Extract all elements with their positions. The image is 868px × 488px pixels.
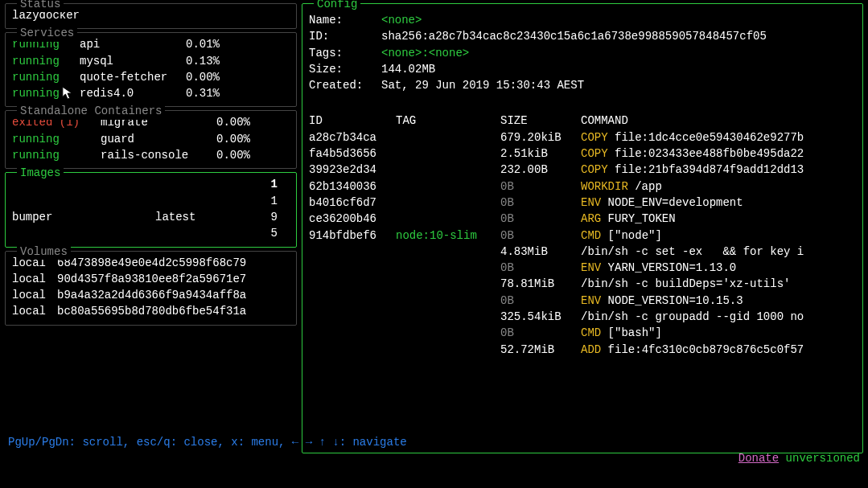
layer-cmd-kw: CMD — [581, 228, 601, 244]
layer-id — [309, 276, 396, 292]
footer-bar: PgUp/PgDn: scroll, esc/q: close, x: menu… — [8, 434, 860, 483]
service-row[interactable]: runningquote-fetcher0.00% — [12, 69, 290, 85]
layer-row[interactable]: 39923e2d34232.00BCOPY file:21bfa394d874f… — [309, 162, 856, 178]
layer-cmd: /bin/sh -c groupadd --gid 1000 no — [581, 309, 804, 325]
image-tag — [155, 225, 266, 241]
layer-cmd-kw: ARG — [581, 211, 601, 227]
layer-cmd: file:21bfa394d874f9add12dd13 — [608, 162, 804, 178]
container-name: rails-console — [101, 147, 216, 163]
volumes-panel[interactable]: Volumes local68473898e49e0e4d2c5998f68c7… — [5, 251, 297, 326]
layer-cmd: /bin/sh -c buildDeps='xz-utils' — [581, 276, 790, 292]
containers-panel[interactable]: Standalone Containers exited (1)migrate0… — [5, 110, 297, 169]
layer-cmd-kw: COPY — [581, 129, 608, 146]
layer-tag — [396, 293, 500, 309]
config-panel-title: Config — [314, 0, 360, 12]
config-row: Name: <none> — [309, 12, 856, 28]
image-row[interactable]: bumperlatest9 — [12, 209, 290, 225]
config-panel[interactable]: Config Name: <none> ID: sha256:a28c7b34c… — [302, 3, 863, 453]
image-count: 1 — [266, 193, 278, 209]
donate-link[interactable]: Donate — [738, 452, 779, 465]
volume-row[interactable]: localb9a4a32a2d4d6366f9a9434aff8a — [12, 287, 290, 303]
layer-size: 0B — [500, 195, 581, 211]
layers-header-id: ID — [309, 113, 396, 129]
layer-row[interactable]: a28c7b34ca679.20kiBCOPY file:1dc4cce0e59… — [309, 129, 856, 146]
layer-row[interactable]: 0BCMD ["bash"] — [309, 325, 856, 341]
layer-row[interactable]: 0BENV YARN_VERSION=1.13.0 — [309, 260, 856, 276]
layer-size: 78.81MiB — [500, 276, 581, 292]
config-name: <none> — [381, 12, 422, 28]
layer-cmd: /bin/sh -c set -ex && for key i — [581, 244, 804, 260]
layer-row[interactable]: 0BENV NODE_VERSION=10.15.3 — [309, 293, 856, 309]
layer-tag — [396, 342, 500, 358]
config-row: Tags: <none>:<none> — [309, 45, 856, 61]
service-state: running — [12, 85, 80, 101]
layer-id: ce36200b46 — [309, 211, 396, 227]
layer-tag — [396, 146, 500, 162]
image-tag — [155, 176, 266, 192]
layer-row[interactable]: fa4b5d36562.51kiBCOPY file:023433ee488fb… — [309, 146, 856, 162]
image-tag — [155, 193, 266, 209]
layer-id: a28c7b34ca — [309, 129, 396, 146]
image-repo — [12, 193, 155, 209]
layer-row[interactable]: 52.72MiBADD file:4fc310c0cb879c876c5c0f5… — [309, 342, 856, 358]
layer-size: 0B — [500, 211, 581, 227]
layer-cmd: ["bash"] — [601, 325, 662, 341]
layer-size: 0B — [500, 178, 581, 195]
layer-row[interactable]: 62b13400360BWORKDIR /app — [309, 178, 856, 195]
service-row[interactable]: runningredis4.00.31% — [12, 85, 290, 101]
layer-cmd-kw: COPY — [581, 162, 608, 178]
layer-row[interactable]: 325.54kiB/bin/sh -c groupadd --gid 1000 … — [309, 309, 856, 325]
layer-id — [309, 244, 396, 260]
layer-cmd: file:1dc4cce0e59430462e9277b — [608, 129, 804, 146]
volume-driver: local — [12, 271, 57, 287]
config-label-id: ID: — [309, 28, 381, 44]
layer-size: 232.00B — [500, 162, 581, 178]
layer-id: b4016cf6d7 — [309, 195, 396, 211]
layer-id — [309, 260, 396, 276]
image-row[interactable]: 1 — [12, 193, 290, 209]
image-count: 5 — [266, 225, 278, 241]
layer-tag — [396, 325, 500, 341]
image-row[interactable]: 5 — [12, 225, 290, 241]
layer-id: 39923e2d34 — [309, 162, 396, 178]
layer-cmd-kw: ENV — [581, 195, 601, 211]
volume-name: b9a4a32a2d4d6366f9a9434aff8a — [57, 287, 246, 303]
layer-row[interactable]: 914bfdbef6node:10-slim0BCMD ["node"] — [309, 228, 856, 244]
layer-cmd: ["node"] — [601, 228, 662, 244]
services-panel[interactable]: Services runningapi0.01%runningmysql0.13… — [5, 32, 297, 107]
layer-row[interactable]: ce36200b460BARG FURY_TOKEN — [309, 211, 856, 227]
images-panel[interactable]: Images 11bumperlatest95 — [5, 172, 297, 247]
layer-size: 0B — [500, 228, 581, 244]
service-state: running — [12, 69, 80, 85]
layer-row[interactable]: b4016cf6d70BENV NODE_ENV=development — [309, 195, 856, 211]
volume-row[interactable]: localbc80a55695b8d780db6fbe54f31a — [12, 303, 290, 319]
layer-size: 325.54kiB — [500, 309, 581, 325]
service-cpu: 0.13% — [186, 53, 220, 69]
volume-name: 90d4357f8a93810ee8f2a59671e7 — [57, 271, 246, 287]
layer-id — [309, 293, 396, 309]
volume-name: 68473898e49e0e4d2c5998f68c79 — [57, 255, 246, 271]
layer-id — [309, 309, 396, 325]
service-cpu: 0.31% — [186, 85, 220, 101]
footer-help: PgUp/PgDn: scroll, esc/q: close, x: menu… — [8, 434, 407, 483]
service-name: api — [80, 36, 186, 52]
layer-cmd-kw: ADD — [581, 342, 601, 358]
config-label-created: Created: — [309, 77, 381, 93]
layer-cmd-kw: ENV — [581, 260, 601, 276]
container-name: guard — [101, 131, 216, 147]
service-row[interactable]: runningmysql0.13% — [12, 53, 290, 69]
layer-row[interactable]: 4.83MiB/bin/sh -c set -ex && for key i — [309, 244, 856, 260]
layer-tag: node:10-slim — [396, 228, 500, 244]
service-name: redis4.0 — [80, 85, 186, 101]
image-count: 1 — [266, 176, 278, 192]
volume-row[interactable]: local90d4357f8a93810ee8f2a59671e7 — [12, 271, 290, 287]
container-row[interactable]: runningrails-console0.00% — [12, 147, 290, 163]
config-created: Sat, 29 Jun 2019 15:30:43 AEST — [381, 77, 584, 93]
service-cpu: 0.00% — [186, 69, 220, 85]
config-row: Created: Sat, 29 Jun 2019 15:30:43 AEST — [309, 77, 856, 93]
layer-size: 52.72MiB — [500, 342, 581, 358]
layer-cmd: file:4fc310c0cb879c876c5c0f57 — [601, 342, 804, 358]
layer-row[interactable]: 78.81MiB/bin/sh -c buildDeps='xz-utils' — [309, 276, 856, 292]
status-panel-title: Status — [17, 0, 64, 12]
container-row[interactable]: runningguard0.00% — [12, 131, 290, 147]
